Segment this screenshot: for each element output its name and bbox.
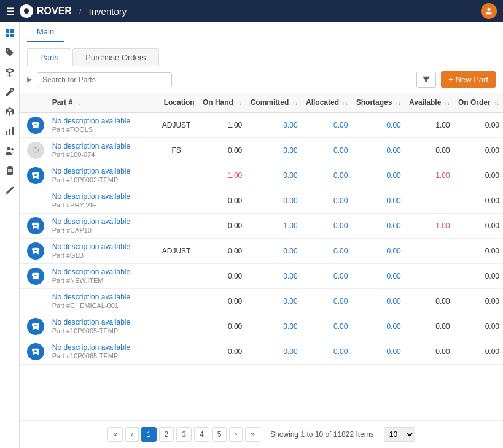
page-next-button[interactable]: › [229,427,243,442]
table-row: No description availablePart #PHY-VIE0.0… [20,188,503,214]
available-cell: 1.00 [405,112,454,138]
shortages-cell: 0.00 [351,289,404,314]
available-cell: -1.00 [405,214,454,239]
shortages-cell: 0.00 [351,138,404,163]
part-description-link[interactable]: No description available [52,242,151,251]
part-icon[interactable] [27,268,44,285]
hamburger-icon[interactable]: ☰ [6,6,15,17]
committed-cell: 0.00 [246,239,301,264]
col-shortages[interactable]: Shortages ↑↓ [351,93,404,112]
col-committed[interactable]: Committed ↑↓ [246,93,301,112]
sidebar-icon-pencil[interactable] [2,183,17,198]
part-description-link[interactable]: No description available [52,217,151,226]
parts-table-container: Part # ↑↓ Location On Hand ↑↓ Committed … [20,93,503,420]
col-available[interactable]: Available ↑↓ [405,93,454,112]
part-icon-cell [20,239,49,264]
part-description-link[interactable]: No description available [52,142,151,150]
part-icon-cell [20,214,49,239]
user-avatar[interactable] [481,3,497,19]
available-cell [405,239,454,264]
part-icon-cell [20,339,49,365]
filter-button[interactable] [416,72,436,88]
toolbar-right: + New Part [416,71,496,88]
location-cell [155,163,198,188]
part-icon[interactable] [27,242,44,260]
table-row: No description availablePart #TOOLSADJUS… [20,112,503,138]
part-description-link[interactable]: No description available [52,268,151,276]
committed-cell: 0.00 [246,188,301,214]
search-input[interactable] [42,75,166,84]
part-icon[interactable] [27,167,44,184]
part-description-link[interactable]: No description available [52,167,151,176]
page-2-button[interactable]: 2 [159,427,174,442]
on-order-cell: 0.00 [454,214,503,239]
toolbar: ▶ + New Part [20,66,503,93]
page-5-button[interactable]: 5 [212,427,227,442]
new-part-button[interactable]: + New Part [441,71,496,88]
page-size-select[interactable]: 10 25 50 100 [384,427,415,442]
sidebar-icon-cube[interactable] [2,104,17,119]
part-description-link[interactable]: No description available [52,192,151,201]
sidebar-icon-people[interactable] [2,144,17,158]
col-part-num[interactable]: Part # ↑↓ [49,93,155,112]
col-allocated[interactable]: Allocated ↑↓ [302,93,352,112]
sidebar-icon-chart[interactable] [2,124,17,139]
on-hand-cell: 0.00 [198,289,246,314]
on-hand-cell: -1.00 [198,163,246,188]
page-4-button[interactable]: 4 [194,427,209,442]
search-box[interactable] [37,72,172,87]
sidebar-icon-box[interactable] [2,65,17,80]
allocated-cell: 0.00 [302,264,352,289]
part-description-link[interactable]: No description available [52,117,151,125]
allocated-cell: 0.00 [302,214,352,239]
part-info-cell: No description availablePart #PHY-VIE [49,188,155,214]
part-description-link[interactable]: No description available [52,343,151,352]
col-on-order[interactable]: On Order ↑↓ [454,93,503,112]
page-3-button[interactable]: 3 [176,427,192,442]
part-description-link[interactable]: No description available [52,318,151,326]
part-description-link[interactable]: No description available [52,293,151,301]
sidebar-icon-tag[interactable] [2,45,17,60]
part-icon[interactable] [27,343,44,360]
page-last-button[interactable]: » [245,427,260,442]
col-on-hand[interactable]: On Hand ↑↓ [198,93,246,112]
on-hand-cell: 0.00 [198,339,246,365]
part-info-cell: No description availablePart #GLB [49,239,155,264]
shortages-cell: 0.00 [351,339,404,365]
part-info-cell: No description availablePart #CHEMICAL-0… [49,289,155,314]
part-icon-cell [20,163,49,188]
page-prev-button[interactable]: ‹ [125,427,139,442]
on-order-cell: 0.00 [454,339,503,365]
part-number: Part #10P0065-TEMP [52,352,119,360]
location-cell [155,188,198,214]
page-1-button[interactable]: 1 [141,427,157,442]
sidebar-icon-wrench[interactable] [2,85,17,99]
available-cell: 0.00 [405,339,454,365]
part-icon[interactable] [27,217,44,234]
svg-point-9 [11,148,14,150]
location-cell: FS [155,138,198,163]
allocated-cell: 0.00 [302,339,352,365]
svg-rect-7 [12,127,14,135]
sidebar-icon-clipboard[interactable] [2,163,17,178]
sub-tab-purchase-orders[interactable]: Purchase Orders [72,48,158,66]
sub-tabs: Parts Purchase Orders [20,42,503,66]
part-icon[interactable] [27,117,44,134]
shortages-cell: 0.00 [351,112,404,138]
part-icon[interactable] [27,318,44,335]
sidebar-icon-dashboard[interactable] [2,26,17,41]
search-expand-icon[interactable]: ▶ [27,75,32,83]
parts-tbody: No description availablePart #TOOLSADJUS… [20,112,503,365]
table-row: No description availablePart #CHEMICAL-0… [20,289,503,314]
location-cell: ADJUST [155,239,198,264]
on-hand-cell: 0.00 [198,188,246,214]
toolbar-left: ▶ [27,72,172,87]
page-first-button[interactable]: « [107,427,123,442]
tab-main[interactable]: Main [27,22,64,42]
available-cell: -1.00 [405,163,454,188]
on-order-cell: 0.00 [454,264,503,289]
sub-tab-parts[interactable]: Parts [27,48,71,66]
location-cell [155,314,198,339]
part-icon-cell [20,138,49,163]
committed-cell: 0.00 [246,289,301,314]
